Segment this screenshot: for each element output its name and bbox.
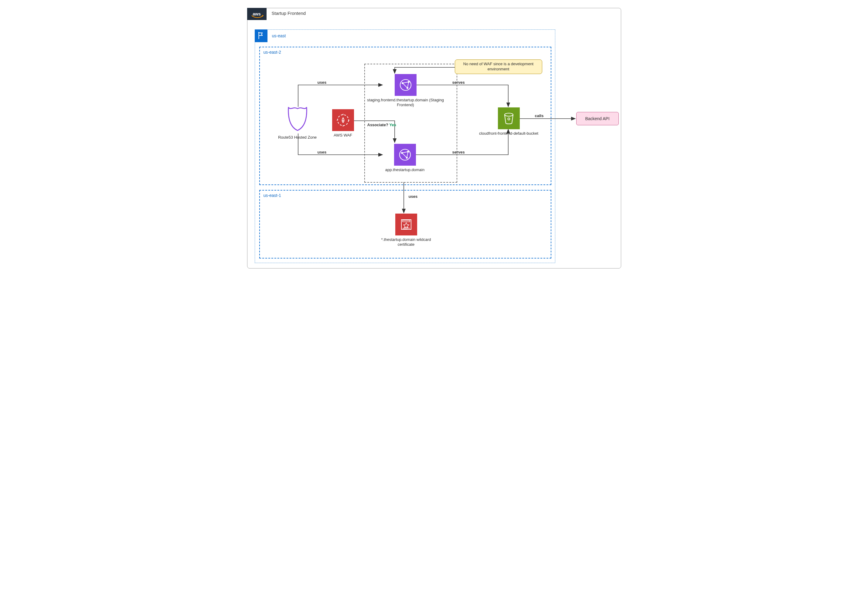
globe-network-icon (394, 144, 416, 166)
edge-label-serves-bottom: serves (453, 150, 465, 155)
account-label: us-east (272, 33, 286, 38)
node-waf-label: AWS WAF (334, 133, 352, 138)
flag-icon (257, 32, 265, 40)
region-label-useast2: us-east-2 (264, 50, 281, 55)
edge-label-associate-yes: Yes (389, 122, 396, 127)
node-backend-label: Backend API (585, 116, 609, 121)
svg-point-7 (400, 149, 411, 160)
diagram-canvas: aws Startup Frontend us-east us-east-2 (240, 0, 628, 273)
bucket-icon (498, 107, 520, 129)
globe-network-icon (395, 74, 417, 96)
node-waf: AWS WAF (325, 109, 361, 138)
firewall-icon (332, 109, 354, 131)
edge-label-uses-top: uses (318, 80, 327, 85)
node-app-label: app.thestartup.domain (385, 167, 425, 172)
note-line2: environment (488, 67, 510, 71)
aws-smile-icon (251, 15, 264, 18)
shield-icon (285, 103, 310, 133)
node-route53-label: Route53 Hosted Zone (278, 135, 317, 140)
svg-point-12 (508, 118, 510, 120)
edge-label-calls: calls (535, 113, 544, 118)
svg-rect-14 (403, 220, 410, 222)
svg-point-1 (258, 32, 259, 33)
node-certificate: *.thestartup.domain wildcard certificate (376, 213, 437, 247)
edge-label-uses-cert: uses (409, 194, 418, 199)
node-staging-cloudfront: staging.frontend.thestartup.domain (Stag… (366, 74, 445, 108)
note-waf-dev: No need of WAF since is a development en… (455, 59, 542, 74)
node-route53: Route53 Hosted Zone (276, 103, 319, 140)
region-label-useast1: us-east-1 (264, 193, 281, 198)
svg-point-2 (338, 114, 349, 125)
edge-label-uses-bottom: uses (318, 150, 327, 155)
node-bucket-label: cloudfront-frontend-default-bucket (479, 131, 538, 136)
certificate-icon (395, 213, 417, 235)
node-bucket: cloudfront-frontend-default-bucket (473, 107, 545, 136)
svg-point-11 (505, 113, 513, 116)
note-line1: No need of WAF since is a development (463, 62, 533, 66)
node-staging-label: staging.frontend.thestartup.domain (Stag… (366, 98, 445, 108)
frame-title: Startup Frontend (272, 11, 306, 16)
node-app-cloudfront: app.thestartup.domain (375, 144, 436, 172)
node-cert-label: *.thestartup.domain wildcard certificate (376, 237, 437, 247)
aws-logo-badge: aws (247, 8, 267, 20)
svg-point-3 (400, 79, 411, 90)
node-backend-api: Backend API (576, 112, 619, 125)
account-flag-badge (255, 29, 268, 42)
edge-label-associate-text: Associate? (367, 122, 389, 127)
edge-label-associate: Associate? Yes (367, 122, 396, 127)
edge-label-serves-top: serves (453, 80, 465, 85)
